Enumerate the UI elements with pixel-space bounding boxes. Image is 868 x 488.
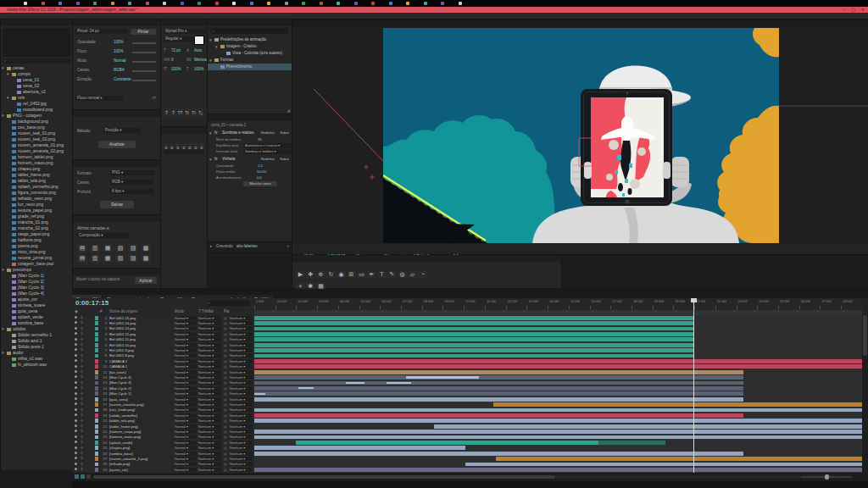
project-item[interactable]: ▾cenas: [1, 65, 72, 71]
layer-name[interactable]: [luz_neon]: [109, 370, 125, 374]
layer-parent-dropdown[interactable]: Nenhum ▾: [230, 435, 253, 439]
app-icon-25[interactable]: [441, 2, 444, 5]
layer-lock-icon[interactable]: [81, 386, 83, 389]
layer-trkmat-dropdown[interactable]: Nenhum ▾: [198, 375, 221, 380]
app-icon-23[interactable]: [406, 2, 409, 5]
layer-name[interactable]: [céu_fundo.png]: [109, 408, 135, 412]
output-dropdown[interactable]: RGB ▾: [110, 180, 154, 185]
layer-name[interactable]: [Man Cycle 1]: [109, 391, 131, 396]
project-item[interactable]: grade_ref.png: [1, 214, 72, 219]
parent-pickwhip-icon[interactable]: ◎: [224, 435, 227, 439]
layer-duration-bar[interactable]: [254, 327, 693, 331]
project-item[interactable]: cena_02: [1, 83, 72, 89]
layer-trkmat-dropdown[interactable]: Nenhum ▾: [198, 316, 221, 320]
layer-name[interactable]: [solido_vermelho]: [109, 413, 137, 418]
app-icon-26[interactable]: [459, 2, 462, 5]
layer-duration-bar[interactable]: [254, 413, 743, 418]
twirl-icon[interactable]: ▾: [2, 267, 4, 273]
layer-lock-icon[interactable]: [81, 419, 83, 422]
layer-trkmat-dropdown[interactable]: Nenhum ▾: [198, 364, 221, 369]
project-item[interactable]: moodboard.png: [1, 107, 72, 113]
paint-property-slider[interactable]: [132, 61, 156, 63]
project-item[interactable]: nuvem_amarela_02.png: [1, 148, 72, 154]
align-button[interactable]: ▩: [141, 244, 151, 252]
layer-mode-dropdown[interactable]: Normal ▾: [175, 316, 197, 320]
layer-label-swatch[interactable]: [95, 424, 98, 429]
project-item[interactable]: poeira.png: [1, 243, 72, 249]
parent-pickwhip-icon[interactable]: ◎: [224, 386, 227, 391]
app-icon-17[interactable]: [302, 2, 305, 5]
layer-parent-dropdown[interactable]: Nenhum ▾: [230, 380, 253, 385]
layer-duration-bar[interactable]: [254, 419, 862, 423]
layer-lock-icon[interactable]: [81, 435, 83, 438]
output-dropdown[interactable]: PNG ▾: [110, 170, 154, 175]
layer-mode-dropdown[interactable]: Normal ▾: [175, 446, 197, 450]
type-style-button[interactable]: Tt: [184, 108, 190, 117]
layer-bar-row[interactable]: [254, 467, 862, 473]
layer-lock-icon[interactable]: [81, 424, 83, 427]
layer-name[interactable]: [homem_maos.png]: [109, 435, 141, 439]
toggle-transfer-icon[interactable]: [86, 474, 91, 479]
parent-pickwhip-icon[interactable]: ◎: [224, 413, 227, 418]
layer-lock-icon[interactable]: [81, 392, 83, 395]
layer-label-swatch[interactable]: [95, 348, 98, 352]
project-item[interactable]: telhado_neon.png: [1, 196, 72, 202]
layer-label-swatch[interactable]: [95, 321, 98, 325]
layer-lock-icon[interactable]: [81, 354, 83, 357]
layer-trkmat-dropdown[interactable]: Nenhum ▾: [198, 446, 221, 450]
align-button[interactable]: ▩: [141, 254, 151, 263]
layer-label-swatch[interactable]: [95, 386, 98, 391]
app-icon-15[interactable]: [267, 2, 270, 5]
layer-name[interactable]: Ref.0452-14.png: [109, 321, 136, 325]
parent-pickwhip-icon[interactable]: ◎: [224, 441, 227, 445]
paint-property-value[interactable]: RGBA: [114, 68, 125, 72]
layer-parent-dropdown[interactable]: Nenhum ▾: [230, 386, 253, 391]
layer-trkmat-dropdown[interactable]: Nenhum ▾: [198, 424, 221, 429]
save-button[interactable]: Salvar: [100, 201, 134, 208]
layer-lock-icon[interactable]: [81, 457, 83, 459]
layer-eye-icon[interactable]: [75, 430, 77, 432]
layer-duration-bar[interactable]: [254, 446, 465, 450]
layer-parent-dropdown[interactable]: Nenhum ▾: [230, 370, 253, 374]
app-icon-7[interactable]: [128, 2, 131, 5]
project-item[interactable]: textura_papel.png: [1, 208, 72, 214]
brush-dropdown[interactable]: Pincel: 24 px: [75, 29, 128, 34]
project-item[interactable]: [Man Cycle 4]: [1, 291, 72, 297]
layer-parent-dropdown[interactable]: Nenhum ▾: [230, 375, 253, 380]
layer-name[interactable]: Ref.0452-10.png: [109, 343, 136, 347]
layer-eye-icon[interactable]: [75, 327, 77, 330]
layer-trkmat-dropdown[interactable]: Nenhum ▾: [198, 441, 221, 445]
layer-duration-bar[interactable]: [254, 354, 693, 358]
layer-trkmat-dropdown[interactable]: Nenhum ▾: [198, 457, 221, 461]
paragraph-indent-controls[interactable]: [164, 149, 204, 154]
layer-duration-bar[interactable]: [254, 391, 743, 396]
twirl-icon[interactable]: ▾: [2, 65, 4, 71]
project-item[interactable]: halftone.png: [1, 237, 72, 243]
apply-button[interactable]: Aplicar: [135, 277, 157, 284]
parent-pickwhip-icon[interactable]: ◎: [224, 348, 227, 352]
layer-parent-dropdown[interactable]: Nenhum ▾: [230, 348, 253, 352]
project-item[interactable]: sombra_base: [1, 320, 72, 326]
project-item[interactable]: homem_tablet.png: [1, 154, 72, 160]
layer-duration-bar[interactable]: [465, 463, 862, 467]
effect-group-header[interactable]: ▾fxSombras e realcesRedefinirSobre: [208, 130, 292, 136]
app-icon-13[interactable]: [232, 2, 236, 5]
project-item[interactable]: [Man Cycle 3]: [1, 285, 72, 291]
layer-mode-dropdown[interactable]: Normal ▾: [175, 353, 197, 358]
align-button[interactable]: ▨: [128, 244, 138, 252]
project-item[interactable]: ceu_base.png: [1, 125, 72, 130]
project-item[interactable]: ▾precomps: [1, 267, 72, 273]
analyze-button[interactable]: Analisar: [98, 141, 136, 148]
layer-parent-dropdown[interactable]: Nenhum ▾: [230, 391, 253, 396]
paint-property-slider[interactable]: [132, 52, 156, 53]
layer-name[interactable]: [Man Cycle 4]: [109, 375, 131, 380]
app-icon-4[interactable]: [76, 2, 80, 5]
layer-duration-bar[interactable]: [254, 408, 862, 413]
layer-trkmat-dropdown[interactable]: Nenhum ▾: [198, 321, 221, 325]
parent-pickwhip-icon[interactable]: ◎: [224, 462, 227, 466]
metric-value[interactable]: Auto: [194, 48, 202, 53]
layer-parent-dropdown[interactable]: Nenhum ▾: [230, 364, 253, 369]
layer-label-swatch[interactable]: [95, 370, 98, 374]
project-item[interactable]: nuvem_teal_01.png: [1, 130, 72, 136]
layer-name[interactable]: [chapeu.png]: [109, 446, 130, 450]
